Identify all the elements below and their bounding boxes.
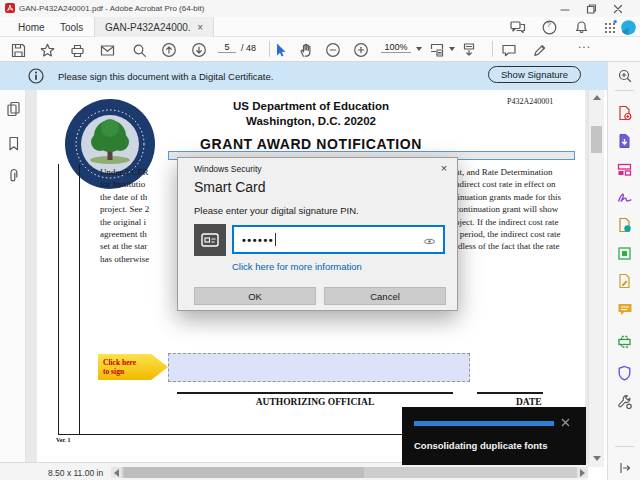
tools-rail	[607, 62, 640, 480]
pin-masked-value: ••••••	[242, 234, 274, 246]
authorizing-official-label: AUTHORIZING OFFICIAL	[177, 397, 453, 407]
search-icon[interactable]	[127, 39, 151, 61]
hscroll-left-icon[interactable]	[111, 467, 122, 478]
doc-header-line1: US Department of Education	[37, 100, 585, 112]
info-icon	[28, 68, 44, 84]
page-size-label: 8.50 x 11.00 in	[48, 468, 103, 478]
scan-ocr-icon[interactable]	[608, 329, 640, 353]
paragraph-left-fragments: Under 2 CFR for Institutio the date of t…	[100, 166, 180, 265]
more-tools-ellipsis[interactable]: ...	[578, 37, 591, 51]
request-signatures-icon[interactable]	[608, 269, 640, 293]
page-total-label: / 48	[241, 43, 256, 53]
edit-pdf-icon[interactable]	[608, 241, 640, 265]
dialog-titlebar-label: Windows Security	[194, 164, 262, 174]
restore-button[interactable]	[579, 1, 603, 16]
protect-shield-icon[interactable]	[608, 361, 640, 385]
doc-header-line2: Washington, D.C. 20202	[37, 115, 585, 127]
tab-bar: Home Tools GAN-P432A24000... × ?	[0, 17, 640, 37]
scroll-up-icon[interactable]	[593, 95, 601, 100]
create-pdf-icon[interactable]	[608, 101, 640, 125]
help-icon[interactable]: ?	[537, 16, 561, 38]
toast-close-icon[interactable]	[558, 415, 573, 430]
export-pdf-icon[interactable]	[608, 129, 640, 153]
tab-close-icon[interactable]: ×	[197, 22, 203, 33]
favorite-star-icon[interactable]	[35, 39, 59, 61]
date-label: DATE	[516, 397, 542, 407]
font-consolidation-toast: Consolidating duplicate fonts	[402, 407, 586, 465]
paragraph-right-fragments: nt, and Rate Determination ndirect cost …	[455, 166, 580, 253]
dialog-close-icon[interactable]: ×	[436, 161, 452, 175]
form-table-vline-left	[58, 164, 59, 434]
prepare-form-icon[interactable]	[608, 213, 640, 237]
save-icon[interactable]	[6, 39, 30, 61]
vertical-scrollbar[interactable]	[588, 90, 604, 467]
bookmarks-icon[interactable]	[1, 132, 25, 154]
tab-tools[interactable]: Tools	[50, 17, 93, 37]
tab-home[interactable]: Home	[8, 17, 55, 37]
page-fit-icon[interactable]	[425, 39, 449, 61]
user-avatar[interactable]	[621, 20, 636, 35]
sign-pencil-icon[interactable]	[528, 39, 552, 61]
reveal-password-eye-icon[interactable]	[423, 237, 436, 246]
acrobat-app-icon	[5, 3, 15, 13]
signature-field[interactable]	[168, 353, 470, 382]
page-fit-caret-icon[interactable]	[449, 47, 455, 51]
horizontal-scrollbar-thumb[interactable]	[124, 467, 364, 478]
left-panel-rail	[0, 62, 26, 462]
next-page-icon[interactable]	[187, 39, 211, 61]
smart-card-icon	[194, 224, 226, 256]
signature-notification-bar: Please sign this document with a Digital…	[0, 62, 607, 90]
page-thumbnails-icon[interactable]	[1, 98, 25, 120]
doc-title: GRANT AWARD NOTIFICATION	[37, 136, 585, 152]
cancel-button[interactable]: Cancel	[324, 287, 446, 305]
horizontal-scrollbar[interactable]	[122, 467, 577, 478]
scroll-mode-icon[interactable]	[457, 39, 481, 61]
feedback-icon[interactable]	[506, 16, 530, 38]
print-icon[interactable]	[65, 39, 89, 61]
version-label: Ver. 1	[56, 437, 71, 443]
zoom-caret-icon[interactable]	[416, 47, 422, 51]
dialog-prompt: Please enter your digital signature PIN.	[194, 205, 359, 216]
main-toolbar: 5 / 48 100% ...	[0, 37, 640, 62]
attachments-paperclip-icon[interactable]	[1, 165, 25, 187]
apps-grid-icon[interactable]	[598, 16, 622, 38]
minimize-button[interactable]	[553, 1, 577, 16]
more-information-link[interactable]: Click here for more information	[232, 261, 362, 272]
tab-document[interactable]: GAN-P432A24000... ×	[94, 17, 214, 37]
dialog-heading: Smart Card	[194, 179, 266, 195]
comment-icon[interactable]	[497, 39, 521, 61]
title-bar: GAN-P432A240001.pdf - Adobe Acrobat Pro …	[0, 0, 640, 17]
select-tool-icon[interactable]	[268, 39, 292, 61]
text-cursor	[275, 233, 276, 246]
signature-line	[177, 392, 453, 394]
scroll-down-icon[interactable]	[593, 456, 601, 461]
hscroll-right-icon[interactable]	[577, 467, 588, 478]
comment-tool-icon[interactable]	[608, 297, 640, 321]
form-table-vline-right	[79, 164, 80, 434]
previous-page-icon[interactable]	[157, 39, 181, 61]
click-to-sign-callout[interactable]: Click here to sign	[98, 354, 168, 380]
hand-tool-icon[interactable]	[294, 39, 318, 61]
toast-message: Consolidating duplicate fonts	[414, 440, 548, 451]
more-tools-icon[interactable]	[608, 390, 640, 414]
show-signature-button[interactable]: Show Signature	[488, 66, 581, 83]
zoom-in-icon[interactable]	[349, 39, 373, 61]
notifications-bell-icon[interactable]	[569, 16, 593, 38]
page-number-input[interactable]: 5	[218, 42, 236, 53]
organize-pages-icon[interactable]	[608, 157, 640, 181]
window-title: GAN-P432A240001.pdf - Adobe Acrobat Pro …	[19, 4, 204, 13]
zoom-out-icon[interactable]	[321, 39, 345, 61]
notification-message: Please sign this document with a Digital…	[58, 71, 273, 82]
pin-input[interactable]: ••••••	[232, 225, 445, 254]
ok-button[interactable]: OK	[194, 287, 316, 305]
windows-security-dialog: Windows Security × Smart Card Please ent…	[177, 157, 458, 311]
date-line	[477, 392, 543, 394]
fill-sign-icon[interactable]	[608, 185, 640, 209]
email-icon[interactable]	[95, 39, 119, 61]
tab-document-label: GAN-P432A24000...	[105, 22, 191, 33]
collapse-panel-icon[interactable]	[608, 456, 640, 480]
marquee-zoom-icon[interactable]	[608, 64, 640, 88]
zoom-level-select[interactable]: 100%	[381, 42, 411, 53]
vertical-scrollbar-thumb[interactable]	[591, 126, 602, 153]
close-window-button[interactable]	[606, 1, 630, 16]
